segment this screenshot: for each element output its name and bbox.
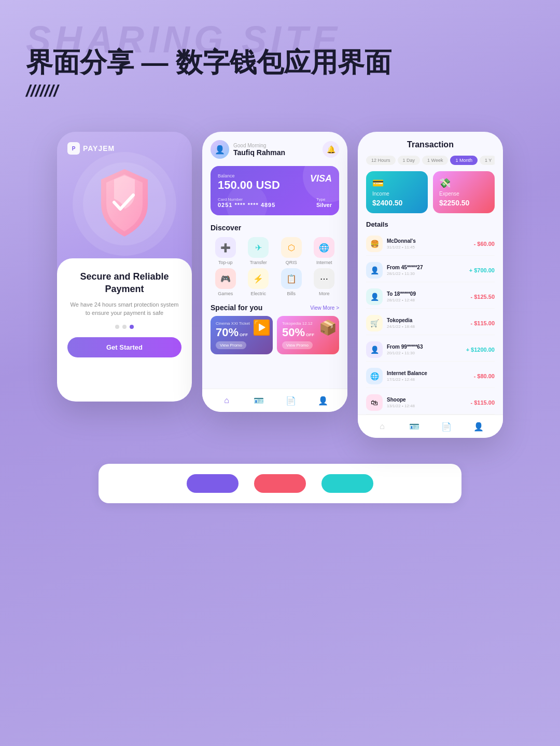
txn-tokopedia-amount: - $115.00 bbox=[471, 320, 495, 326]
expense-amount: $2250.50 bbox=[439, 199, 488, 207]
txn-to18-icon: 👤 bbox=[366, 288, 383, 305]
filter-1week[interactable]: 1 Week bbox=[422, 156, 448, 165]
promo-cards: Cinema XXI Ticket 70% OFF View Promo ▶️ … bbox=[211, 316, 339, 354]
dot-2 bbox=[122, 325, 127, 329]
card-bottom-row: Card Number 0251 **** **** 4895 Type Sil… bbox=[218, 197, 332, 208]
internet-label: Internet bbox=[316, 260, 332, 265]
txn-mcdonalds: 🍔 McDonnal's 31/1/22 • 11:45 - $60.00 bbox=[366, 232, 495, 256]
color-palette-section bbox=[99, 464, 461, 503]
phone3-nav-txn[interactable]: 📄 bbox=[440, 420, 453, 433]
special-title: Special for you bbox=[211, 303, 262, 312]
shield-area bbox=[57, 155, 192, 253]
electric-label: Electric bbox=[250, 291, 266, 296]
palette-swatch-teal bbox=[321, 474, 373, 493]
txn-internet-left: 🌐 Internet Balance 17/1/22 • 12:48 bbox=[366, 368, 427, 384]
expense-label: Expense bbox=[439, 191, 488, 197]
txn-from45-name: From 45*****27 bbox=[387, 265, 423, 270]
filter-1day[interactable]: 1 Day bbox=[398, 156, 421, 165]
payjem-logo: P PAYJEM bbox=[67, 142, 115, 155]
palette-swatch-pink bbox=[254, 474, 306, 493]
txn-from45-amount: + $700.00 bbox=[469, 267, 495, 273]
promo-tokopedia-off: OFF bbox=[306, 333, 314, 337]
greeting-row: 👤 Good Morning Taufiq Rahman 🔔 bbox=[211, 140, 339, 159]
txn-internet-info: Internet Balance 17/1/22 • 12:48 bbox=[387, 370, 427, 382]
income-card: 💳 Income $2400.50 bbox=[366, 171, 428, 213]
promo-cinema-percent: 70% bbox=[216, 326, 239, 339]
phone3-nav-home[interactable]: ⌂ bbox=[376, 420, 388, 433]
phone2-content: 👤 Good Morning Taufiq Rahman 🔔 Balance 1… bbox=[202, 132, 347, 389]
txn-from99-date: 20/1/22 • 11:30 bbox=[387, 351, 423, 355]
card-number-label: Card Number bbox=[218, 197, 275, 202]
nav-home-icon[interactable]: ⌂ bbox=[220, 394, 233, 407]
promo-tokopedia[interactable]: Tokopedia 12.12 50% OFF View Promo 📦 bbox=[277, 316, 339, 354]
phone3-nav-card[interactable]: 🪪 bbox=[408, 420, 421, 433]
filter-1year[interactable]: 1 Y bbox=[480, 156, 495, 165]
palette-swatch-purple bbox=[187, 474, 239, 493]
view-more-link[interactable]: View More > bbox=[310, 305, 339, 311]
nav-receipt-icon[interactable]: 📄 bbox=[285, 394, 297, 407]
txn-shoope-info: Shoope 13/1/22 • 12:48 bbox=[387, 397, 415, 408]
discover-item-internet[interactable]: 🌐 Internet bbox=[310, 237, 340, 265]
discover-item-transfer[interactable]: ✈ Transfer bbox=[244, 237, 274, 265]
card-type-info: Type Silver bbox=[316, 197, 332, 208]
discover-item-topup[interactable]: ➕ Top-up bbox=[211, 237, 241, 265]
filter-1month[interactable]: 1 Month bbox=[450, 156, 478, 165]
txn-tokopedia-name: Tokopedia bbox=[387, 317, 415, 323]
txn-shoope: 🛍 Shoope 13/1/22 • 12:48 - $115.00 bbox=[366, 391, 495, 415]
txn-from99-left: 👤 From 99*****63 20/1/22 • 11:30 bbox=[366, 341, 423, 358]
more-icon: ⋯ bbox=[314, 268, 334, 289]
onboarding-description: We have 24 hours smart protection system… bbox=[67, 300, 181, 317]
phone1-bottom: Secure and Reliable Payment We have 24 h… bbox=[57, 258, 192, 402]
notification-bell[interactable]: 🔔 bbox=[323, 141, 339, 158]
discover-item-more[interactable]: ⋯ More bbox=[310, 268, 340, 296]
credit-card: Balance 150.00 USD VISA Card Number 0251… bbox=[211, 166, 339, 215]
qris-icon: ⬡ bbox=[281, 237, 302, 258]
phone3-nav-profile[interactable]: 👤 bbox=[472, 420, 485, 433]
txn-internet-name: Internet Balance bbox=[387, 370, 427, 376]
income-expense-row: 💳 Income $2400.50 💸 Expense $2250.50 bbox=[366, 171, 495, 213]
expense-icon: 💸 bbox=[439, 177, 488, 189]
promo-tokopedia-emoji: 📦 bbox=[319, 319, 337, 336]
bottom-nav: ⌂ 🪪 📄 👤 bbox=[202, 389, 347, 412]
promo-cinema-off: OFF bbox=[240, 333, 248, 337]
income-icon: 💳 bbox=[372, 177, 422, 189]
onboarding-title: Secure and Reliable Payment bbox=[67, 271, 181, 295]
txn-from99-amount: + $1200.00 bbox=[466, 347, 495, 353]
discover-item-games[interactable]: 🎮 Games bbox=[211, 268, 241, 296]
shield-bg-circles bbox=[73, 152, 176, 256]
discover-item-qris[interactable]: ⬡ QRIS bbox=[276, 237, 306, 265]
filter-12hours[interactable]: 12 Hours bbox=[366, 156, 396, 165]
income-label: Income bbox=[372, 191, 422, 197]
promo-tokopedia-percent: 50% bbox=[282, 326, 305, 339]
expense-card: 💸 Expense $2250.50 bbox=[433, 171, 495, 213]
txn-shoope-date: 13/1/22 • 12:48 bbox=[387, 404, 415, 408]
promo-cinema-btn[interactable]: View Promo bbox=[216, 341, 246, 349]
txn-shoope-name: Shoope bbox=[387, 397, 415, 403]
balance-amount: 150.00 USD bbox=[218, 178, 280, 192]
phone3-bottom-nav: ⌂ 🪪 📄 👤 bbox=[358, 415, 503, 438]
visa-logo: VISA bbox=[310, 173, 332, 184]
qris-label: QRIS bbox=[286, 260, 297, 265]
txn-to18: 👤 To 18*****09 28/1/22 • 12:48 - $125.50 bbox=[366, 285, 495, 309]
discover-item-bills[interactable]: 📋 Bills bbox=[276, 268, 306, 296]
phone-home: 👤 Good Morning Taufiq Rahman 🔔 Balance 1… bbox=[202, 132, 347, 412]
txn-mcdonalds-info: McDonnal's 31/1/22 • 11:45 bbox=[387, 238, 416, 250]
transaction-list: 🍔 McDonnal's 31/1/22 • 11:45 - $60.00 👤 bbox=[366, 232, 495, 415]
txn-to18-date: 28/1/22 • 12:48 bbox=[387, 298, 416, 302]
txn-from45-date: 28/1/22 • 11:30 bbox=[387, 271, 423, 276]
nav-card-icon[interactable]: 🪪 bbox=[253, 394, 265, 407]
discover-item-electric[interactable]: ⚡ Electric bbox=[244, 268, 274, 296]
promo-tokopedia-btn[interactable]: View Promo bbox=[282, 341, 313, 349]
user-name-label: Taufiq Rahman bbox=[233, 148, 285, 157]
special-header: Special for you View More > bbox=[211, 303, 339, 312]
nav-profile-icon[interactable]: 👤 bbox=[317, 394, 329, 407]
txn-mcdonalds-icon: 🍔 bbox=[366, 236, 383, 252]
phone1-header: P PAYJEM bbox=[57, 132, 192, 155]
promo-cinema[interactable]: Cinema XXI Ticket 70% OFF View Promo ▶️ bbox=[211, 316, 273, 354]
card-balance-info: Balance 150.00 USD bbox=[218, 173, 280, 192]
topup-icon: ➕ bbox=[215, 237, 236, 258]
get-started-button[interactable]: Get Started bbox=[67, 337, 181, 357]
discover-title: Discover bbox=[211, 224, 339, 232]
transfer-label: Transfer bbox=[250, 260, 267, 265]
phone-onboarding: P PAYJEM bbox=[57, 132, 192, 402]
